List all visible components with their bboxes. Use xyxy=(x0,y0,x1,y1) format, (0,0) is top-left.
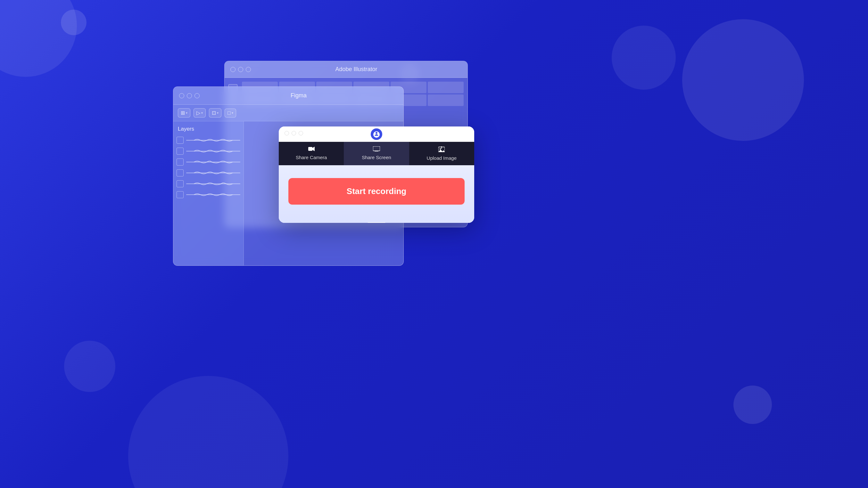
layer-item-2 xyxy=(177,148,240,155)
logo-icon xyxy=(372,130,381,138)
tab-share-camera[interactable]: Share Camera xyxy=(279,142,344,165)
layer-squiggle-5 xyxy=(186,181,240,187)
svg-marker-3 xyxy=(312,147,315,151)
start-recording-button[interactable]: Start recording xyxy=(288,178,465,205)
figma-window-controls xyxy=(179,93,199,98)
shape-icon: □ xyxy=(227,110,231,116)
shape-chevron-icon: ▾ xyxy=(232,111,233,115)
layer-item-3 xyxy=(177,159,240,166)
tab-upload-image-label: Upload Image xyxy=(427,155,457,161)
layer-squiggle-4 xyxy=(186,170,240,176)
layer-item-6 xyxy=(177,191,240,198)
tab-share-screen[interactable]: Share Screen xyxy=(344,142,409,165)
bg-decoration-4 xyxy=(682,19,804,141)
tab-share-camera-label: Share Camera xyxy=(296,155,327,160)
figma-toolbar-shape: □ ▾ xyxy=(225,108,236,118)
layer-item-5 xyxy=(177,180,240,187)
figma-toolbar: ⊞ ▾ ▷ ▾ ⊡ ▾ □ ▾ xyxy=(173,105,403,121)
grid-chevron-icon: ▾ xyxy=(186,111,187,115)
bg-decoration-6 xyxy=(128,376,288,488)
popup-dot-1[interactable] xyxy=(284,131,289,135)
ai-dot-maximize[interactable] xyxy=(246,67,251,72)
figma-dot-close[interactable] xyxy=(179,93,184,98)
popup-dot-2[interactable] xyxy=(291,131,296,135)
figma-dot-maximize[interactable] xyxy=(194,93,199,98)
frame-chevron-icon: ▾ xyxy=(217,111,219,115)
screen-icon xyxy=(373,147,380,153)
figma-toolbar-arrow: ▷ ▾ xyxy=(193,108,206,118)
layer-item-4 xyxy=(177,169,240,176)
layer-frame-icon-2 xyxy=(177,148,184,155)
layer-item-1 xyxy=(177,137,240,144)
ai-grid-cell xyxy=(428,94,464,106)
layers-panel-title: Layers xyxy=(177,126,240,132)
layer-squiggle-1 xyxy=(186,137,240,143)
svg-rect-4 xyxy=(373,147,380,151)
popup-titlebar xyxy=(279,127,474,142)
tab-upload-image[interactable]: Upload Image xyxy=(409,142,474,165)
popup-dot-3[interactable] xyxy=(299,131,303,135)
figma-toolbar-frame: ⊡ ▾ xyxy=(209,108,221,118)
layer-frame-icon-5 xyxy=(177,180,184,187)
frame-icon: ⊡ xyxy=(212,110,216,116)
layer-squiggle-2 xyxy=(186,148,240,154)
svg-marker-10 xyxy=(438,150,445,152)
popup-content: Start recording xyxy=(279,165,474,223)
layer-squiggle-3 xyxy=(186,159,240,165)
svg-rect-2 xyxy=(308,147,312,151)
camera-icon xyxy=(308,147,315,153)
popup-window-controls xyxy=(284,131,303,135)
bg-decoration-2 xyxy=(61,10,87,35)
recording-popup: Share Camera Share Screen xyxy=(279,127,474,223)
ai-titlebar: Adobe Illustrator xyxy=(225,61,467,78)
svg-point-1 xyxy=(375,132,377,134)
layer-frame-icon-6 xyxy=(177,191,184,198)
ai-window-title: Adobe Illustrator xyxy=(251,66,462,73)
ai-grid-cell xyxy=(428,82,464,93)
arrow-icon: ▷ xyxy=(196,110,200,116)
layer-frame-icon-3 xyxy=(177,159,184,166)
upload-icon xyxy=(438,147,445,154)
figma-dot-minimize[interactable] xyxy=(187,93,192,98)
layer-frame-icon-1 xyxy=(177,137,184,144)
layer-squiggle-6 xyxy=(186,192,240,198)
ai-window-controls xyxy=(230,67,251,72)
ai-dot-close[interactable] xyxy=(230,67,236,72)
figma-toolbar-grid: ⊞ ▾ xyxy=(178,108,190,118)
layer-frame-icon-4 xyxy=(177,169,184,176)
grid-icon: ⊞ xyxy=(181,110,185,116)
svg-point-9 xyxy=(440,148,441,150)
app-logo xyxy=(371,128,382,140)
popup-tab-bar: Share Camera Share Screen xyxy=(279,142,474,165)
tab-share-screen-label: Share Screen xyxy=(362,155,391,160)
bg-decoration-7 xyxy=(734,386,772,424)
figma-window-title: Figma xyxy=(199,92,398,99)
arrow-chevron-icon: ▾ xyxy=(201,111,203,115)
bg-decoration-5 xyxy=(64,341,115,392)
bg-decoration-3 xyxy=(612,26,676,90)
ai-dot-minimize[interactable] xyxy=(238,67,243,72)
figma-titlebar: Figma xyxy=(173,87,403,105)
bg-decoration-1 xyxy=(0,0,77,77)
figma-layers-panel: Layers xyxy=(173,121,244,265)
